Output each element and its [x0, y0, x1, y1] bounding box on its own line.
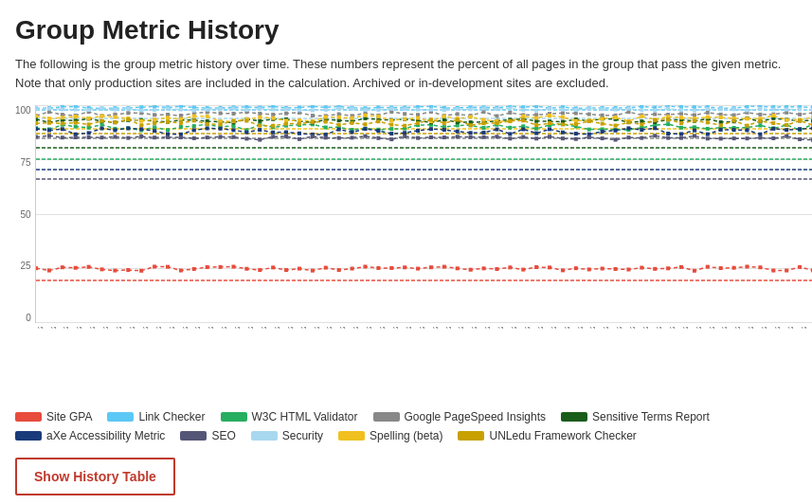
x-label: 2021-10-17 00:00:00 — [326, 327, 333, 329]
x-label: 2022-05-08 00:00:00 — [709, 327, 715, 329]
x-label: 2021-09-19 00:00:00 — [274, 327, 280, 329]
chart-area: // This won't execute in SVG, using stat… — [35, 105, 812, 323]
x-label: 2021-07-18 00:00:00 — [155, 327, 162, 329]
x-label: 2021-06-20 00:00:00 — [102, 327, 109, 329]
x-label: 2021-12-12 00:00:00 — [432, 327, 439, 329]
legend-seo: SEO — [180, 429, 235, 442]
x-label: 2022-01-16 00:00:00 — [497, 327, 504, 329]
x-label: 2022-03-13 00:00:00 — [603, 327, 609, 329]
x-label: 2021-12-19 00:00:00 — [445, 327, 452, 329]
x-label: 2021-08-08 00:00:00 — [194, 327, 201, 329]
x-axis-labels: 2021-05-16 00:00:002021-05-23 00:00:0020… — [35, 327, 812, 403]
x-label: 2021-08-29 00:00:00 — [234, 327, 241, 329]
x-label: 2022-05-29 00:00:00 — [748, 327, 754, 329]
legend-label-seo: SEO — [211, 429, 235, 442]
x-label: 2022-01-09 00:00:00 — [484, 327, 491, 329]
x-label: 2021-06-27 00:00:00 — [116, 327, 122, 329]
x-label: 2021-07-25 00:00:00 — [169, 327, 175, 329]
legend-color-site-gpa — [15, 412, 42, 422]
x-label: 2022-04-03 00:00:00 — [642, 327, 649, 329]
y-axis-labels: 100 75 50 25 0 — [15, 105, 35, 323]
x-label: 2021-06-13 00:00:00 — [89, 327, 96, 329]
x-label: 2022-02-20 00:00:00 — [564, 327, 570, 329]
x-label: 2022-05-01 00:00:00 — [695, 327, 702, 329]
x-label: 2022-04-10 00:00:00 — [656, 327, 662, 329]
x-label: 2021-06-06 00:00:00 — [76, 327, 82, 329]
x-label: 2021-11-28 00:00:00 — [406, 327, 412, 329]
legend-color-w3c — [221, 412, 247, 422]
legend-sensitive-terms: Sensitive Terms Report — [561, 410, 710, 423]
x-label: 2021-07-04 00:00:00 — [129, 327, 135, 329]
x-label: 2022-06-05 00:00:00 — [761, 327, 767, 329]
x-label: 2021-07-11 00:00:00 — [142, 327, 149, 329]
legend-label-axe: aXe Accessibility Metric — [46, 429, 165, 442]
x-label: 2022-01-02 00:00:00 — [471, 327, 478, 329]
legend-color-pagespeed — [373, 412, 400, 422]
x-label: 2022-02-13 00:00:00 — [550, 327, 557, 329]
legend-link-checker: Link Checker — [107, 410, 205, 423]
x-label: 2022-01-23 00:00:00 — [511, 327, 517, 329]
x-label: 2022-03-20 00:00:00 — [616, 327, 623, 329]
legend-color-unledu — [458, 431, 484, 441]
legend-w3c: W3C HTML Validator — [221, 410, 358, 423]
legend-label-site-gpa: Site GPA — [46, 410, 92, 423]
page-title: Group Metric History — [15, 15, 797, 45]
x-label: 2022-04-24 00:00:00 — [682, 327, 689, 329]
legend-label-w3c: W3C HTML Validator — [252, 410, 358, 423]
x-label: 2022-06-19 00:00:00 — [787, 327, 794, 329]
x-label: 2021-10-24 00:00:00 — [339, 327, 346, 329]
legend-label-unledu: UNLedu Framework Checker — [489, 429, 636, 442]
legend-label-sensitive-terms: Sensitive Terms Report — [592, 410, 710, 423]
x-label: 2022-04-17 00:00:00 — [669, 327, 676, 329]
legend-color-spelling — [338, 431, 365, 441]
x-label: 2021-10-10 00:00:00 — [314, 327, 320, 329]
legend-color-sensitive-terms — [561, 412, 587, 422]
x-label: 2021-11-14 00:00:00 — [379, 327, 386, 329]
x-label: 2022-01-30 00:00:00 — [524, 327, 531, 329]
legend-security: Security — [251, 429, 323, 442]
x-label: 2021-09-26 00:00:00 — [287, 327, 294, 329]
x-label: 2022-03-27 00:00:00 — [629, 327, 636, 329]
legend-label-link-checker: Link Checker — [138, 410, 205, 423]
x-label: 2021-10-31 00:00:00 — [352, 327, 359, 329]
legend-pagespeed: Google PageSpeed Insights — [373, 410, 546, 423]
x-label: 2022-06-26 00:00:00 — [801, 327, 807, 329]
x-label: 2021-10-03 00:00:00 — [300, 327, 307, 329]
legend-unledu: UNLedu Framework Checker — [458, 429, 636, 442]
x-label: 2021-08-01 00:00:00 — [182, 327, 189, 329]
x-label: 2021-05-30 00:00:00 — [63, 327, 69, 329]
x-label: 2022-05-15 00:00:00 — [721, 327, 728, 329]
x-label: 2021-12-26 00:00:00 — [458, 327, 464, 329]
x-label: 2021-05-16 00:00:00 — [37, 327, 44, 329]
x-label: 2022-06-12 00:00:00 — [774, 327, 781, 329]
x-label: 2021-09-05 00:00:00 — [247, 327, 254, 329]
legend-axe: aXe Accessibility Metric — [15, 429, 165, 442]
page-description: The following is the group metric histor… — [15, 55, 792, 92]
show-history-button[interactable]: Show History Table — [15, 458, 175, 495]
x-label: 2022-02-27 00:00:00 — [577, 327, 584, 329]
x-label: 2021-11-07 00:00:00 — [366, 327, 372, 329]
legend-label-spelling: Spelling (beta) — [370, 429, 442, 442]
legend-site-gpa: Site GPA — [15, 410, 92, 423]
legend-label-pagespeed: Google PageSpeed Insights — [405, 410, 546, 423]
legend-label-security: Security — [282, 429, 323, 442]
x-label: 2021-08-22 00:00:00 — [221, 327, 227, 329]
legend-spelling: Spelling (beta) — [338, 429, 442, 442]
x-label: 2021-05-23 00:00:00 — [50, 327, 57, 329]
chart-legend: Site GPA Link Checker W3C HTML Validator… — [15, 410, 797, 442]
x-label: 2022-03-06 00:00:00 — [589, 327, 596, 329]
legend-color-security — [251, 431, 278, 441]
legend-color-link-checker — [107, 412, 134, 422]
x-label: 2021-11-21 00:00:00 — [392, 327, 399, 329]
x-label: 2022-02-06 00:00:00 — [537, 327, 544, 329]
x-label: 2022-05-22 00:00:00 — [734, 327, 741, 329]
x-label: 2021-12-05 00:00:00 — [419, 327, 425, 329]
legend-color-seo — [180, 431, 207, 441]
chart-canvas — [36, 105, 812, 323]
legend-color-axe — [15, 431, 42, 441]
x-label: 2021-08-15 00:00:00 — [208, 327, 214, 329]
x-label: 2021-09-12 00:00:00 — [261, 327, 267, 329]
